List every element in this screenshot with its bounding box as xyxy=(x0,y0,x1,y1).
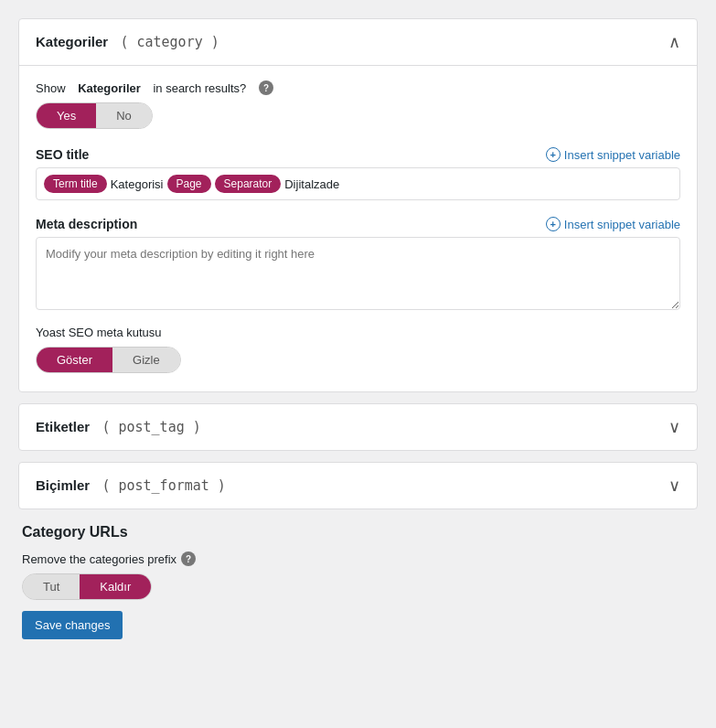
bicimler-panel: Biçimler ( post_format ) ∨ xyxy=(18,462,698,509)
insert-snippet-btn-seo[interactable]: + Insert snippet variable xyxy=(546,147,680,162)
etiketler-panel: Etiketler ( post_tag ) ∨ xyxy=(18,403,698,451)
meta-desc-label: Meta description xyxy=(36,217,137,231)
kategoriler-code: ( category ) xyxy=(112,34,219,50)
yes-button[interactable]: Yes xyxy=(37,103,96,128)
yoast-seo-label: Yoast SEO meta kutusu xyxy=(36,326,680,339)
category-urls-section: Category URLs Remove the categories pref… xyxy=(18,524,698,639)
goster-gizle-toggle-group: Göster Gizle xyxy=(36,347,680,373)
meta-desc-row: Meta description + Insert snippet variab… xyxy=(36,217,680,231)
yes-no-toggle-group: Yes No xyxy=(36,102,680,129)
goster-gizle-toggle[interactable]: Göster Gizle xyxy=(36,347,181,373)
tut-button[interactable]: Tut xyxy=(23,574,80,599)
insert-snippet-label-seo: Insert snippet variable xyxy=(564,148,680,162)
etiketler-chevron: ∨ xyxy=(668,417,680,437)
goster-button[interactable]: Göster xyxy=(37,348,112,372)
kaldir-button[interactable]: Kaldır xyxy=(80,574,151,599)
seo-token-pill: Term title xyxy=(44,175,107,193)
seo-token-pill: Separator xyxy=(215,175,282,193)
category-urls-title: Category URLs xyxy=(22,524,694,541)
plus-icon-seo: + xyxy=(546,147,561,162)
search-results-label: Show Kategoriler in search results? ? xyxy=(36,80,680,95)
tut-kaldir-toggle[interactable]: Tut Kaldır xyxy=(22,573,152,600)
seo-title-tokens: Term titleKategorisiPageSeparatorDijital… xyxy=(36,167,680,200)
etiketler-panel-header[interactable]: Etiketler ( post_tag ) ∨ xyxy=(19,404,697,450)
search-results-help-icon: ? xyxy=(259,80,273,95)
insert-snippet-btn-meta[interactable]: + Insert snippet variable xyxy=(546,217,680,231)
bicimler-code: ( post_format ) xyxy=(93,477,226,494)
kategoriler-title: Kategoriler ( category ) xyxy=(36,34,219,50)
yes-no-toggle[interactable]: Yes No xyxy=(36,102,153,129)
kategoriler-chevron: ∧ xyxy=(668,32,680,52)
etiketler-title: Etiketler ( post_tag ) xyxy=(36,419,201,435)
etiketler-code: ( post_tag ) xyxy=(93,419,200,435)
gizle-button[interactable]: Gizle xyxy=(112,348,180,372)
seo-token-pill: Page xyxy=(167,175,211,193)
no-button[interactable]: No xyxy=(96,103,152,128)
kategoriler-panel-body: Show Kategoriler in search results? ? Ye… xyxy=(19,65,697,391)
seo-token-plain: Kategorisi xyxy=(111,177,164,191)
save-changes-button[interactable]: Save changes xyxy=(22,611,123,639)
kategoriler-panel: Kategoriler ( category ) ∧ Show Kategori… xyxy=(18,18,698,392)
tut-kaldir-toggle-group: Tut Kaldır xyxy=(22,573,694,600)
meta-description-input[interactable] xyxy=(36,237,680,310)
kategoriler-panel-header[interactable]: Kategoriler ( category ) ∧ xyxy=(19,19,697,65)
seo-title-row: SEO title + Insert snippet variable xyxy=(36,147,680,162)
prefix-label-row: Remove the categories prefix ? xyxy=(22,551,694,566)
prefix-help-icon: ? xyxy=(181,551,196,566)
seo-title-label: SEO title xyxy=(36,147,89,162)
seo-token-plain: Dijitalzade xyxy=(284,177,339,191)
bicimler-title: Biçimler ( post_format ) xyxy=(36,477,226,494)
bicimler-chevron: ∨ xyxy=(668,476,680,496)
insert-snippet-label-meta: Insert snippet variable xyxy=(564,218,680,231)
bicimler-panel-header[interactable]: Biçimler ( post_format ) ∨ xyxy=(19,463,697,509)
plus-icon-meta: + xyxy=(546,217,561,231)
